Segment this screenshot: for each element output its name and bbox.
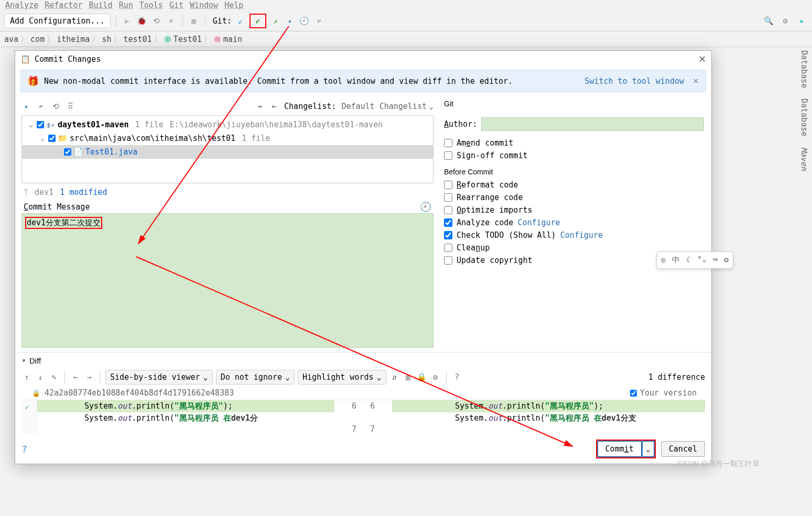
ime-punct-icon[interactable]: °ₒ — [697, 255, 707, 265]
branch-modified[interactable]: 1 modified — [60, 188, 107, 197]
viewer-mode-select[interactable]: Side-by-side viewer⌄ — [105, 370, 213, 385]
jetbrains-icon[interactable]: ▸ — [796, 15, 808, 27]
git-history-icon[interactable]: 🕘 — [299, 15, 310, 27]
crumb[interactable]: ava — [4, 35, 18, 44]
commit-message-input[interactable]: dev1分支第二次提交 — [21, 213, 434, 348]
crumb[interactable]: itheima — [57, 35, 90, 44]
group-icon[interactable]: ⠿ — [66, 102, 75, 111]
ime-theme-icon[interactable]: ☾ — [686, 255, 691, 265]
git-update-icon[interactable]: ✦ — [284, 15, 296, 27]
prev-diff-icon[interactable]: ↑ — [21, 372, 32, 382]
coverage-icon[interactable]: ⟲ — [151, 15, 163, 27]
sync-scroll-icon[interactable]: ▥ — [403, 372, 414, 382]
run-icon[interactable]: ▶ — [122, 15, 133, 27]
run-config-button[interactable]: Add Configuration... — [4, 14, 111, 28]
cancel-button[interactable]: Cancel — [661, 441, 705, 457]
history-icon[interactable]: 🕘 — [420, 201, 431, 212]
commit-button[interactable]: Commit — [597, 441, 642, 457]
rearrange-checkbox[interactable] — [444, 193, 452, 202]
tree-root[interactable]: ⌄ ▮▸ daytest01-maven 1 file E:\ideawork\… — [22, 118, 433, 131]
menu-window[interactable]: Window — [190, 1, 218, 10]
collapse-icon[interactable]: ⇤ — [269, 102, 279, 111]
menu-analyze[interactable]: Analyze — [5, 1, 38, 10]
optimize-checkbox[interactable] — [444, 206, 452, 214]
todo-configure-link[interactable]: Configure — [560, 230, 603, 240]
profile-icon[interactable]: ⌕ — [166, 15, 177, 27]
cleanup-checkbox[interactable] — [444, 244, 452, 252]
expand-icon[interactable]: ⇥ — [255, 102, 264, 111]
menu-help[interactable]: Help — [224, 1, 243, 10]
menu-refactor[interactable]: Refactor — [45, 1, 82, 10]
lock-icon[interactable]: 🔒 — [417, 372, 427, 382]
diff-right-pane[interactable]: System.out.println("黑马程序员"); System.out.… — [392, 400, 705, 434]
apply-left-icon[interactable]: ← — [70, 372, 81, 382]
changelist-select[interactable]: Default Changelist ⌄ — [341, 102, 434, 111]
menu-git[interactable]: Git — [169, 1, 183, 10]
expand-arrow-icon[interactable]: ⌄ — [39, 135, 46, 142]
switch-tool-window-link[interactable]: Switch to tool window — [584, 76, 684, 86]
git-commit-icon[interactable]: ✔ — [252, 15, 264, 27]
diff-left-pane[interactable]: ✓ System.out.println("黑马程序员"); System.ou… — [21, 400, 334, 434]
crumb[interactable]: sh — [102, 35, 111, 44]
tree-leaf[interactable]: 📄 Test01.java — [22, 145, 433, 159]
stop-icon[interactable]: ■ — [188, 15, 200, 27]
signoff-checkbox[interactable] — [444, 151, 452, 160]
chevron-down-icon: ⌄ — [203, 372, 208, 382]
close-icon[interactable]: ✕ — [698, 53, 706, 65]
reformat-checkbox[interactable] — [444, 181, 452, 189]
highlight-mode-select[interactable]: Highlight words⌄ — [298, 370, 386, 385]
ignore-mode-select[interactable]: Do not ignore⌄ — [216, 370, 295, 385]
ime-lang[interactable]: 中 — [672, 255, 680, 265]
left-stripe[interactable] — [0, 47, 15, 516]
tree-checkbox[interactable] — [37, 121, 44, 128]
help-icon[interactable]: ? — [452, 372, 462, 382]
redo-icon[interactable]: ⟲ — [51, 102, 60, 111]
ime-settings-icon[interactable]: ⚙ — [724, 255, 729, 265]
tool-database-label[interactable]: Database — [799, 98, 809, 136]
menu-build[interactable]: Build — [89, 1, 112, 10]
crumb[interactable]: com — [30, 35, 45, 44]
tree-checkbox[interactable] — [64, 148, 71, 156]
tree-node[interactable]: ⌄ 📁 src\main\java\com\itheima\sh\test01 … — [22, 131, 433, 145]
menu-run[interactable]: Run — [119, 1, 133, 10]
ime-keyboard-icon[interactable]: ⌨ — [713, 255, 718, 265]
edit-icon[interactable]: ✎ — [49, 372, 59, 382]
author-input[interactable] — [481, 117, 704, 131]
analyze-checkbox[interactable] — [444, 218, 452, 227]
collapse-unchanged-icon[interactable]: ⇵ — [389, 372, 400, 382]
diff-collapse-icon[interactable]: ▾ — [21, 356, 26, 365]
dialog-help-icon[interactable]: ? — [21, 444, 27, 455]
apply-right-icon[interactable]: → — [84, 372, 94, 382]
undo-icon[interactable]: ↶ — [36, 102, 46, 111]
crumb[interactable]: test01 — [123, 35, 151, 44]
amend-checkbox[interactable] — [444, 139, 452, 147]
notification-close-icon[interactable]: ✕ — [692, 76, 699, 86]
tool-database[interactable]: Database — [799, 50, 809, 88]
next-diff-icon[interactable]: ↓ — [35, 372, 46, 382]
git-pull-icon[interactable]: ↙ — [235, 15, 246, 27]
your-version-checkbox[interactable] — [630, 390, 637, 397]
settings-icon[interactable]: ⚙ — [779, 15, 791, 27]
search-icon[interactable]: 🔍 — [763, 15, 774, 27]
changes-tree[interactable]: ⌄ ▮▸ daytest01-maven 1 file E:\ideawork\… — [21, 115, 434, 183]
ime-toolbar[interactable]: ◎ 中 ☾ °ₒ ⌨ ⚙ — [656, 251, 733, 269]
refresh-icon[interactable]: ✦ — [21, 102, 31, 111]
tree-meta: 1 file — [135, 120, 164, 129]
expand-arrow-icon[interactable]: ⌄ — [27, 121, 35, 128]
crumb[interactable]: main — [223, 35, 242, 44]
tree-checkbox[interactable] — [48, 135, 56, 142]
settings-gear-icon[interactable]: ⚙ — [430, 372, 441, 382]
commit-dropdown-button[interactable]: ⌄ — [642, 441, 655, 457]
debug-icon[interactable]: 🐞 — [136, 15, 148, 27]
ime-icon[interactable]: ◎ — [661, 255, 666, 265]
git-rollback-icon[interactable]: ↶ — [313, 15, 325, 27]
main-menubar[interactable]: Analyze Refactor Build Run Tools Git Win… — [0, 0, 812, 10]
git-push-icon[interactable]: ↗ — [269, 15, 281, 27]
analyze-configure-link[interactable]: Configure — [517, 218, 560, 227]
breadcrumb[interactable]: ava〉 com〉 itheima〉 sh〉 test01〉 c Test01〉… — [0, 31, 812, 47]
crumb[interactable]: Test01 — [174, 35, 202, 44]
menu-tools[interactable]: Tools — [139, 1, 163, 10]
tool-maven-label[interactable]: Maven — [799, 147, 809, 171]
todo-checkbox[interactable] — [444, 231, 452, 239]
copyright-checkbox[interactable] — [444, 256, 452, 265]
